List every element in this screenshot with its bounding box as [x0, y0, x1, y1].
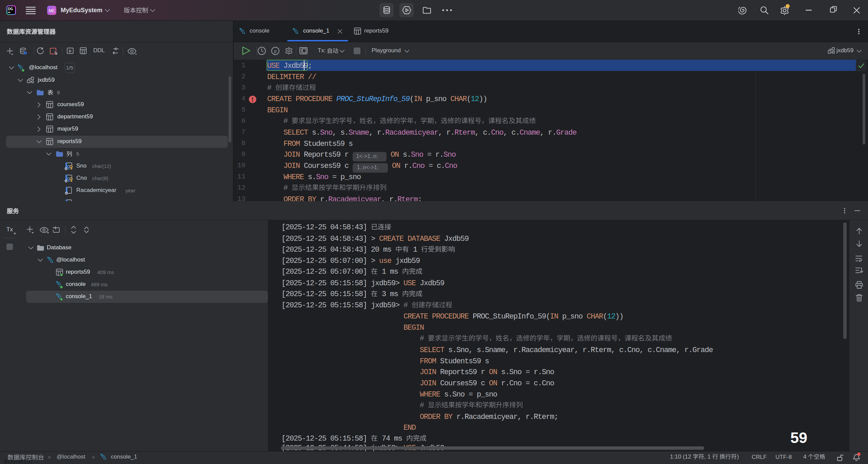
svg-text:ME: ME [49, 8, 55, 13]
svg-text:p: p [274, 49, 276, 54]
svg-text:DG: DG [8, 7, 13, 11]
